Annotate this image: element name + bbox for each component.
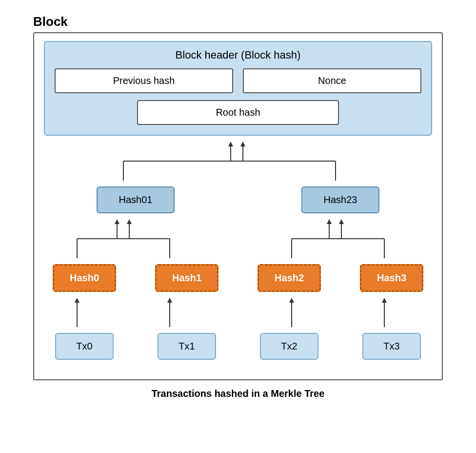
hash2-box: Hash2 [258, 264, 321, 292]
diagram-container: Block Block header (Block hash) Previous… [19, 14, 457, 439]
mid-level: Hash01 Hash23 [33, 186, 443, 213]
main-block-box: Block header (Block hash) Previous hash … [33, 32, 443, 380]
svg-marker-13 [127, 219, 132, 224]
leaf-level: Hash0 Hash1 Hash2 Hash3 [33, 264, 443, 292]
hash01-box: Hash01 [97, 186, 175, 213]
svg-marker-26 [289, 298, 294, 303]
svg-marker-20 [339, 219, 344, 224]
svg-marker-11 [115, 219, 119, 224]
svg-marker-4 [228, 142, 233, 146]
tx2-box: Tx2 [260, 333, 318, 360]
hash3-box: Hash3 [360, 264, 423, 292]
tx0-box: Tx0 [55, 333, 114, 360]
header-row: Previous hash Nonce [55, 68, 421, 93]
root-arrows-svg [33, 142, 443, 181]
nonce-box: Nonce [243, 68, 421, 93]
svg-marker-24 [167, 298, 172, 303]
root-hash-box: Root hash [137, 100, 339, 125]
previous-hash-box: Previous hash [55, 68, 233, 93]
svg-marker-6 [240, 142, 245, 146]
block-header-area: Block header (Block hash) Previous hash … [44, 41, 432, 136]
mid-arrows-svg [33, 219, 443, 258]
svg-marker-22 [75, 298, 79, 303]
tx3-box: Tx3 [362, 333, 421, 360]
tx1-box: Tx1 [158, 333, 216, 360]
caption: Transactions hashed in a Merkle Tree [152, 388, 325, 399]
block-label: Block [33, 14, 68, 29]
block-header-title: Block header (Block hash) [176, 49, 301, 62]
hash23-box: Hash23 [301, 186, 379, 213]
svg-marker-28 [382, 298, 387, 303]
hash1-box: Hash1 [155, 264, 218, 292]
svg-marker-18 [327, 219, 332, 224]
tx-level: Tx0 Tx1 Tx2 Tx3 [33, 333, 443, 360]
hash0-box: Hash0 [53, 264, 116, 292]
tx-arrows-svg [33, 298, 443, 327]
